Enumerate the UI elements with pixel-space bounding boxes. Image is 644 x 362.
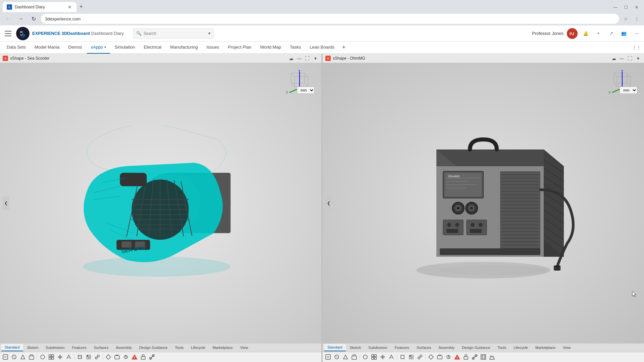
right-tab-lifecycle[interactable]: Lifecycle: [510, 344, 531, 351]
left-tool-6[interactable]: [47, 353, 55, 361]
left-tool-4[interactable]: [28, 353, 36, 361]
apps-icon[interactable]: ⋯: [632, 29, 641, 38]
left-tab-marketplace[interactable]: Marketplace: [209, 344, 236, 351]
nav-item-datasets[interactable]: Data Sets: [3, 42, 30, 54]
left-tool-8[interactable]: [65, 353, 73, 361]
right-tool-15[interactable]: [462, 353, 470, 361]
right-tab-standard[interactable]: Standard: [324, 344, 346, 351]
right-tab-subdivision[interactable]: Subdivision: [365, 344, 390, 351]
minimize-button[interactable]: —: [610, 3, 620, 12]
right-tool-11[interactable]: [416, 353, 424, 361]
right-unit-selector[interactable]: mm cm m: [620, 86, 637, 94]
left-panel-expand-icon[interactable]: ⛶: [304, 55, 311, 62]
nav-add-button[interactable]: +: [339, 43, 348, 52]
left-viewport-prev[interactable]: ❮: [3, 196, 9, 210]
right-viewport[interactable]: X Z Y mm cm m: [323, 63, 644, 343]
right-viewport-prev[interactable]: ❮: [325, 196, 332, 210]
right-tool-8[interactable]: [387, 353, 395, 361]
left-unit-select[interactable]: mm cm m: [297, 86, 315, 94]
nav-item-issues[interactable]: Issues: [203, 42, 223, 54]
right-tab-designguidance[interactable]: Design Guidance: [459, 344, 493, 351]
left-panel-minimize-icon[interactable]: —: [296, 55, 303, 62]
left-tool-7[interactable]: [56, 353, 64, 361]
right-unit-select[interactable]: mm cm m: [620, 86, 637, 94]
left-tab-lifecycle[interactable]: Lifecycle: [187, 344, 209, 351]
left-viewport[interactable]: X Z Y mm cm m: [0, 63, 321, 343]
right-tool-17[interactable]: [479, 353, 487, 361]
left-tab-tools[interactable]: Tools: [171, 344, 187, 351]
right-tool-14[interactable]: [444, 353, 452, 361]
left-tab-features[interactable]: Features: [69, 344, 90, 351]
maximize-button[interactable]: ☐: [621, 3, 631, 12]
refresh-button[interactable]: ↻: [28, 13, 39, 24]
right-tool-6[interactable]: [370, 353, 378, 361]
left-tool-12[interactable]: [104, 353, 112, 361]
search-input[interactable]: [144, 31, 206, 36]
right-tool-3[interactable]: [341, 353, 350, 361]
tab-close-button[interactable]: ✕: [67, 4, 72, 10]
right-tool-16[interactable]: [471, 353, 479, 361]
left-tool-2[interactable]: [10, 353, 18, 361]
left-tool-13[interactable]: [113, 353, 121, 361]
right-panel-minimize-icon[interactable]: —: [619, 55, 625, 62]
nav-item-electrical[interactable]: Electrical: [140, 42, 166, 54]
left-tab-view[interactable]: View: [237, 344, 252, 351]
left-unit-selector[interactable]: mm cm m: [297, 86, 315, 94]
share-icon[interactable]: ↗: [606, 29, 616, 38]
hamburger-menu[interactable]: [3, 28, 13, 39]
right-tool-13[interactable]: [436, 353, 444, 361]
nav-item-tasks[interactable]: Tasks: [286, 42, 305, 54]
add-icon[interactable]: +: [594, 29, 603, 38]
left-tool-16[interactable]: [148, 353, 156, 361]
notification-icon[interactable]: 🔔: [581, 29, 590, 38]
left-tool-1[interactable]: [1, 353, 9, 361]
community-icon[interactable]: 👥: [619, 29, 629, 38]
nav-item-manufacturing[interactable]: Manufacturing: [166, 42, 202, 54]
nav-item-worldmap[interactable]: World Map: [256, 42, 285, 54]
left-tab-standard[interactable]: Standard: [1, 344, 23, 351]
nav-item-simulation[interactable]: Simulation: [111, 42, 139, 54]
right-tool-9[interactable]: [398, 353, 407, 361]
nav-item-demos[interactable]: Demos: [64, 42, 86, 54]
close-button[interactable]: ✕: [632, 3, 641, 12]
right-tool-10[interactable]: [407, 353, 415, 361]
right-tab-view[interactable]: View: [559, 344, 574, 351]
grid-view-icon[interactable]: ⋮⋮: [632, 43, 641, 52]
search-dropdown-icon[interactable]: ▾: [208, 31, 211, 36]
left-tab-surfaces[interactable]: Surfaces: [91, 344, 112, 351]
browser-tab[interactable]: D Dashboard Diary ✕: [3, 2, 76, 12]
right-tab-surfaces[interactable]: Surfaces: [413, 344, 434, 351]
right-tool-warning[interactable]: !: [453, 353, 461, 361]
right-tool-1[interactable]: [324, 353, 332, 361]
nav-item-xapps[interactable]: xApps ▾: [87, 42, 110, 54]
right-panel-cloud-icon[interactable]: ☁: [610, 55, 617, 62]
right-tool-4[interactable]: [350, 353, 358, 361]
nav-item-leanboards[interactable]: Lean Boards: [306, 42, 338, 54]
right-tab-features[interactable]: Features: [391, 344, 413, 351]
left-panel-cloud-icon[interactable]: ☁: [288, 55, 294, 62]
left-tool-warning[interactable]: !: [130, 353, 139, 361]
left-panel-collapse-icon[interactable]: ▾: [312, 55, 319, 62]
right-tab-assembly[interactable]: Assembly: [435, 344, 458, 351]
back-button[interactable]: ←: [3, 13, 13, 24]
left-tab-designguidance[interactable]: Design Guidance: [136, 344, 171, 351]
address-input[interactable]: [41, 14, 619, 24]
left-tool-15[interactable]: [139, 353, 147, 361]
left-tool-5[interactable]: [39, 353, 47, 361]
right-tool-5[interactable]: [361, 353, 369, 361]
settings-icon[interactable]: ⋮: [632, 14, 641, 23]
left-tab-subdivision[interactable]: Subdivision: [42, 344, 68, 351]
right-tool-18[interactable]: [488, 353, 496, 361]
right-panel-collapse-icon[interactable]: ▾: [635, 55, 641, 62]
left-tool-14[interactable]: [122, 353, 130, 361]
header-search[interactable]: 🔍 ▾: [133, 28, 214, 39]
forward-button[interactable]: →: [15, 13, 26, 24]
right-tab-sketch[interactable]: Sketch: [346, 344, 365, 351]
left-tab-sketch[interactable]: Sketch: [24, 344, 42, 351]
right-panel-expand-icon[interactable]: ⛶: [627, 55, 633, 62]
right-tool-2[interactable]: [333, 353, 341, 361]
left-tool-10[interactable]: [85, 353, 93, 361]
bookmark-icon[interactable]: ☆: [621, 14, 631, 23]
right-tool-7[interactable]: [379, 353, 387, 361]
left-tab-assembly[interactable]: Assembly: [112, 344, 135, 351]
